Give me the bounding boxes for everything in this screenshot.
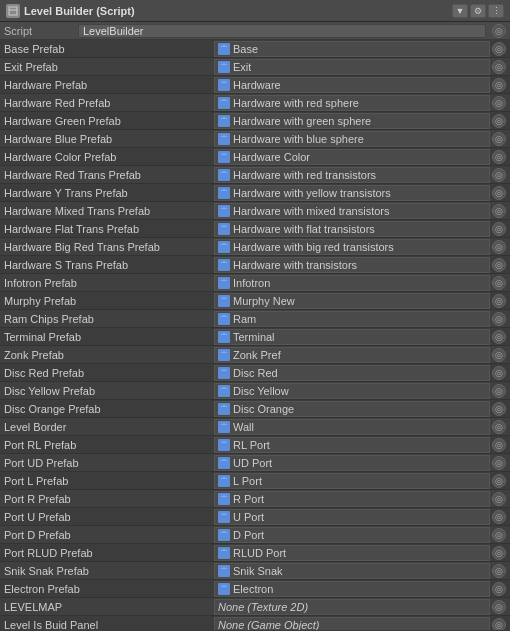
property-label: Port R Prefab <box>4 493 214 505</box>
property-value-field[interactable]: Exit <box>214 59 490 75</box>
table-row: Hardware Mixed Trans Prefab Hardware wit… <box>0 202 510 220</box>
properties-list[interactable]: Base Prefab Base◎Exit Prefab Exit◎Hardwa… <box>0 40 510 630</box>
property-value-field[interactable]: RL Port <box>214 437 490 453</box>
property-select-button[interactable]: ◎ <box>492 150 506 164</box>
property-select-button[interactable]: ◎ <box>492 330 506 344</box>
svg-rect-26 <box>220 263 228 268</box>
property-value-field[interactable]: Hardware with yellow transistors <box>214 185 490 201</box>
property-value-field[interactable]: Hardware with red sphere <box>214 95 490 111</box>
property-value-field[interactable]: U Port <box>214 509 490 525</box>
property-value-field[interactable]: Hardware with big red transistors <box>214 239 490 255</box>
property-select-button[interactable]: ◎ <box>492 78 506 92</box>
property-value-field[interactable]: Terminal <box>214 329 490 345</box>
property-select-button[interactable]: ◎ <box>492 384 506 398</box>
property-value-field[interactable]: Base <box>214 41 490 57</box>
property-select-button[interactable]: ◎ <box>492 420 506 434</box>
table-row: Hardware Blue Prefab Hardware with blue … <box>0 130 510 148</box>
property-value-field[interactable]: Snik Snak <box>214 563 490 579</box>
property-select-button[interactable]: ◎ <box>492 96 506 110</box>
property-select-button[interactable]: ◎ <box>492 474 506 488</box>
property-value-field[interactable]: Ram <box>214 311 490 327</box>
svg-marker-55 <box>220 513 228 515</box>
property-select-button[interactable]: ◎ <box>492 222 506 236</box>
property-select-button[interactable]: ◎ <box>492 168 506 182</box>
property-select-button[interactable]: ◎ <box>492 312 506 326</box>
property-value-field[interactable]: Hardware <box>214 77 490 93</box>
table-row: Disc Yellow Prefab Disc Yellow◎ <box>0 382 510 400</box>
script-value-field[interactable]: LevelBuilder <box>78 24 486 38</box>
property-select-button[interactable]: ◎ <box>492 240 506 254</box>
property-value-field[interactable]: Hardware with green sphere <box>214 113 490 129</box>
property-value-field[interactable]: Murphy New <box>214 293 490 309</box>
property-select-button[interactable]: ◎ <box>492 132 506 146</box>
property-value-field[interactable]: Hardware with flat transistors <box>214 221 490 237</box>
property-select-button[interactable]: ◎ <box>492 456 506 470</box>
property-select-button[interactable]: ◎ <box>492 294 506 308</box>
property-select-button[interactable]: ◎ <box>492 402 506 416</box>
property-label: LEVELMAP <box>4 601 214 613</box>
unity-inspector-window: Level Builder (Script) ▼ ⚙ ⋮ Script Leve… <box>0 0 510 630</box>
property-select-button[interactable]: ◎ <box>492 582 506 596</box>
property-select-button[interactable]: ◎ <box>492 258 506 272</box>
property-select-button[interactable]: ◎ <box>492 438 506 452</box>
property-value-field[interactable]: None (Game Object) <box>214 617 490 631</box>
svg-rect-46 <box>220 443 228 448</box>
prefab-icon <box>218 295 230 307</box>
property-value-field[interactable]: Disc Orange <box>214 401 490 417</box>
overflow-button[interactable]: ⋮ <box>488 4 504 18</box>
property-value-field[interactable]: Hardware with transistors <box>214 257 490 273</box>
property-select-button[interactable]: ◎ <box>492 618 506 631</box>
property-value-field[interactable]: Electron <box>214 581 490 597</box>
svg-rect-50 <box>220 479 228 484</box>
svg-rect-38 <box>220 371 228 376</box>
property-value-text: Hardware Color <box>233 151 310 163</box>
property-value-field[interactable]: L Port <box>214 473 490 489</box>
prefab-icon <box>218 583 230 595</box>
script-label: Script <box>4 25 74 37</box>
property-value-field[interactable]: R Port <box>214 491 490 507</box>
table-row: Hardware Green Prefab Hardware with gree… <box>0 112 510 130</box>
table-row: Base Prefab Base◎ <box>0 40 510 58</box>
property-select-button[interactable]: ◎ <box>492 348 506 362</box>
property-label: Hardware S Trans Prefab <box>4 259 214 271</box>
property-value-field[interactable]: Disc Red <box>214 365 490 381</box>
table-row: Hardware Red Trans Prefab Hardware with … <box>0 166 510 184</box>
property-select-button[interactable]: ◎ <box>492 492 506 506</box>
property-select-button[interactable]: ◎ <box>492 204 506 218</box>
prefab-icon <box>218 439 230 451</box>
svg-marker-59 <box>220 549 228 551</box>
property-value-field[interactable]: UD Port <box>214 455 490 471</box>
property-select-button[interactable]: ◎ <box>492 186 506 200</box>
property-select-button[interactable]: ◎ <box>492 564 506 578</box>
property-value-field[interactable]: Hardware with mixed transistors <box>214 203 490 219</box>
property-select-button[interactable]: ◎ <box>492 528 506 542</box>
property-select-button[interactable]: ◎ <box>492 510 506 524</box>
property-value-field[interactable]: D Port <box>214 527 490 543</box>
svg-marker-33 <box>220 315 228 317</box>
property-value-field[interactable]: Hardware with blue sphere <box>214 131 490 147</box>
property-select-button[interactable]: ◎ <box>492 114 506 128</box>
property-select-button[interactable]: ◎ <box>492 60 506 74</box>
title-bar: Level Builder (Script) ▼ ⚙ ⋮ <box>0 0 510 22</box>
property-select-button[interactable]: ◎ <box>492 42 506 56</box>
property-value-field[interactable]: Hardware with red transistors <box>214 167 490 183</box>
svg-rect-2 <box>220 47 228 52</box>
svg-marker-35 <box>220 333 228 335</box>
property-select-button[interactable]: ◎ <box>492 546 506 560</box>
property-select-button[interactable]: ◎ <box>492 366 506 380</box>
property-value-field[interactable]: None (Texture 2D) <box>214 599 490 615</box>
property-select-button[interactable]: ◎ <box>492 600 506 614</box>
table-row: Disc Red Prefab Disc Red◎ <box>0 364 510 382</box>
property-value-field[interactable]: Disc Yellow <box>214 383 490 399</box>
property-value-field[interactable]: Zonk Pref <box>214 347 490 363</box>
script-select-button[interactable]: ◎ <box>492 24 506 38</box>
property-value-text: Hardware with flat transistors <box>233 223 375 235</box>
property-value-field[interactable]: Infotron <box>214 275 490 291</box>
property-value-field[interactable]: Hardware Color <box>214 149 490 165</box>
property-value-field[interactable]: Wall <box>214 419 490 435</box>
property-value-field[interactable]: RLUD Port <box>214 545 490 561</box>
property-select-button[interactable]: ◎ <box>492 276 506 290</box>
settings-button[interactable]: ⚙ <box>470 4 486 18</box>
collapse-button[interactable]: ▼ <box>452 4 468 18</box>
property-label: Disc Yellow Prefab <box>4 385 214 397</box>
